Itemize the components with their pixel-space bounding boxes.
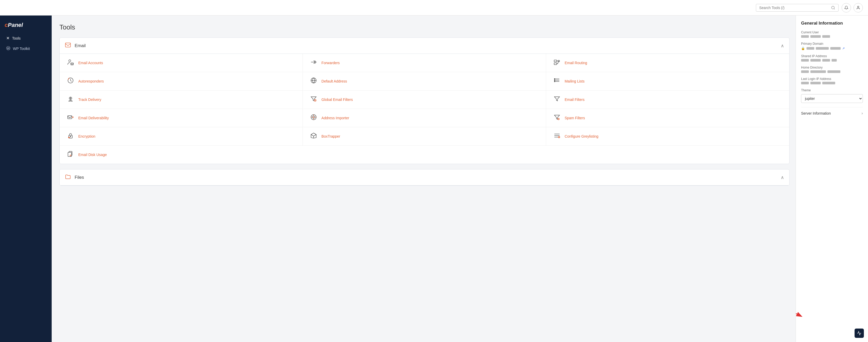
encryption-label: Encryption: [78, 134, 95, 138]
home-directory-value: [801, 70, 863, 73]
mailing-lists-label: Mailing Lists: [565, 79, 585, 83]
server-info-chevron-right-icon: ›: [862, 111, 863, 116]
svg-rect-5: [554, 60, 557, 62]
email-section-icon: [65, 42, 71, 50]
forwarders-label: Forwarders: [321, 61, 340, 65]
svg-point-13: [554, 79, 555, 79]
svg-point-3: [69, 60, 71, 62]
files-section-header[interactable]: Files ∧: [60, 169, 789, 186]
encryption-icon: [66, 132, 75, 141]
sidebar: cPanel ✕ Tools Ⓦ WP Toolkit: [0, 16, 52, 342]
server-information-row[interactable]: Server Information ›: [801, 107, 863, 119]
configure-greylisting-label: Configure Greylisting: [565, 134, 598, 138]
search-input[interactable]: [759, 6, 830, 10]
default-address-icon: [309, 77, 318, 86]
email-section-header[interactable]: Email ∧: [60, 38, 789, 54]
last-login-redacted-2: [810, 82, 821, 84]
primary-domain-row: Primary Domain 🔒 ↗: [801, 42, 863, 50]
tool-email-routing[interactable]: Email Routing: [546, 54, 789, 72]
lock-icon: 🔒: [801, 47, 805, 50]
files-section: Files ∧: [59, 169, 789, 186]
sidebar-logo: cPanel: [0, 18, 52, 33]
email-accounts-label: Email Accounts: [78, 61, 103, 65]
primary-domain-redacted-3: [830, 47, 841, 50]
shared-ip-redacted-1: [801, 59, 809, 62]
track-delivery-icon: [66, 95, 75, 104]
tool-boxtrapper[interactable]: BoxTrapper: [303, 127, 546, 146]
current-user-redacted-3: [822, 35, 830, 38]
sidebar-item-wptoolkit[interactable]: Ⓦ WP Toolkit: [2, 43, 50, 54]
email-filters-icon: [552, 95, 562, 104]
disk-usage-icon: [66, 150, 75, 159]
email-routing-icon: [552, 58, 562, 67]
tool-spam-filters[interactable]: Spam Filters: [546, 109, 789, 127]
svg-point-17: [70, 98, 71, 99]
annotation-arrow: [796, 290, 806, 321]
person-email-icon: [66, 58, 75, 67]
files-section-title: Files: [75, 175, 84, 180]
theme-label: Theme: [801, 88, 863, 92]
home-dir-redacted-3: [828, 70, 840, 73]
sidebar-item-tools[interactable]: ✕ Tools: [2, 33, 50, 43]
page-title: Tools: [59, 23, 789, 31]
bell-icon: [844, 6, 848, 10]
svg-rect-2: [65, 43, 70, 47]
greylisting-icon: [552, 132, 562, 141]
svg-point-14: [554, 80, 555, 81]
spam-filters-icon: [552, 114, 562, 122]
current-user-label: Current User: [801, 31, 863, 34]
svg-point-15: [554, 81, 555, 82]
tool-encryption[interactable]: Encryption: [60, 127, 303, 146]
svg-rect-6: [554, 63, 557, 65]
tool-email-deliverability[interactable]: Email Deliverability: [60, 109, 303, 127]
boxtrapper-label: BoxTrapper: [321, 134, 340, 138]
files-section-header-left: Files: [65, 174, 84, 181]
current-user-value: [801, 35, 863, 38]
email-section-toggle[interactable]: ∧: [781, 43, 784, 49]
wrench-icon: ✕: [6, 36, 9, 40]
files-section-toggle[interactable]: ∧: [781, 175, 784, 180]
boxtrapper-icon: [309, 132, 318, 141]
track-delivery-label: Track Delivery: [78, 97, 101, 102]
notification-button[interactable]: [842, 3, 851, 12]
address-importer-icon: [309, 114, 318, 122]
analytics-button[interactable]: [855, 329, 864, 338]
tool-mailing-lists[interactable]: Mailing Lists: [546, 72, 789, 90]
envelope-icon: [65, 42, 71, 48]
global-email-filters-label: Global Email Filters: [321, 97, 352, 102]
tool-email-filters[interactable]: Email Filters: [546, 90, 789, 109]
shared-ip-value: [801, 59, 863, 62]
email-section-header-left: Email: [65, 42, 86, 50]
home-dir-redacted-1: [801, 70, 809, 73]
tool-global-email-filters[interactable]: Global Email Filters: [303, 90, 546, 109]
last-login-redacted-3: [822, 82, 835, 84]
svg-point-24: [313, 117, 314, 118]
tool-email-disk-usage[interactable]: Email Disk Usage: [60, 146, 303, 164]
tool-track-delivery[interactable]: Track Delivery: [60, 90, 303, 109]
deliverability-icon: [66, 114, 75, 122]
last-login-label: Last Login IP Address: [801, 77, 863, 81]
tool-default-address[interactable]: Default Address: [303, 72, 546, 90]
panel-title: General Information: [801, 21, 863, 26]
svg-rect-21: [68, 116, 72, 119]
search-icon: [831, 6, 835, 10]
tool-email-accounts[interactable]: Email Accounts: [60, 54, 303, 72]
email-section-title: Email: [75, 43, 86, 48]
mailing-lists-icon: [552, 77, 562, 86]
autoresponders-label: Autoresponders: [78, 79, 104, 83]
header-icons: [842, 3, 863, 12]
tool-configure-greylisting[interactable]: Configure Greylisting: [546, 127, 789, 146]
address-importer-label: Address Importer: [321, 116, 349, 120]
shared-ip-label: Shared IP Address: [801, 54, 863, 58]
home-directory-label: Home Directory: [801, 66, 863, 69]
current-user-row: Current User: [801, 31, 863, 38]
layout: cPanel ✕ Tools Ⓦ WP Toolkit Tools: [0, 16, 868, 342]
tool-address-importer[interactable]: Address Importer: [303, 109, 546, 127]
external-link-icon[interactable]: ↗: [842, 47, 845, 50]
search-bar[interactable]: [756, 4, 839, 12]
theme-select[interactable]: jupiter: [801, 94, 863, 103]
user-button[interactable]: [854, 3, 863, 12]
tool-forwarders[interactable]: Forwarders: [303, 54, 546, 72]
tool-autoresponders[interactable]: Autoresponders: [60, 72, 303, 90]
shared-ip-redacted-3: [822, 59, 830, 62]
